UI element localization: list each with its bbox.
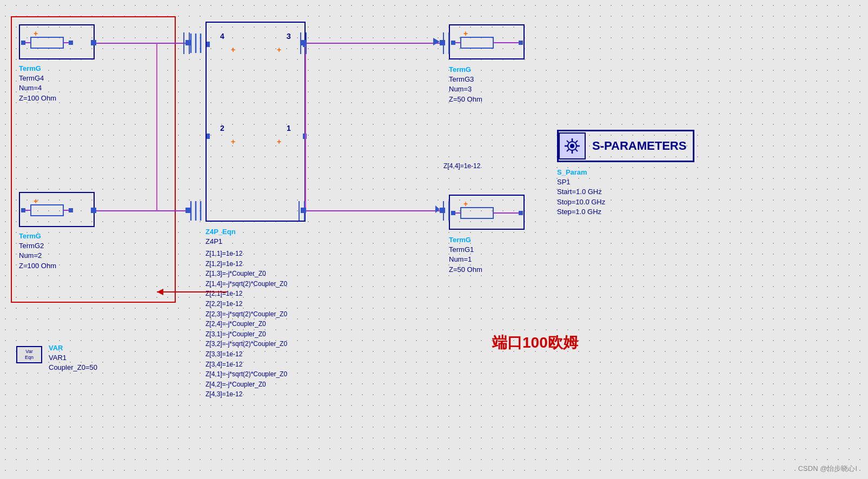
sparam-icon xyxy=(559,132,586,159)
sparam-label: S_Param SP1 Start=1.0 GHz Stop=10.0 GHz … xyxy=(557,168,605,217)
svg-text:+: + xyxy=(34,197,38,205)
termg3-label: TermG TermG3 Num=3 Z=50 Ohm xyxy=(449,65,482,104)
svg-rect-41 xyxy=(31,205,63,216)
svg-text:+: + xyxy=(277,45,281,54)
red-annotation: 端口100欧姆 xyxy=(492,332,578,353)
svg-rect-62 xyxy=(451,41,455,45)
svg-rect-12 xyxy=(440,40,445,45)
svg-rect-68 xyxy=(451,211,455,215)
termg3-box: + xyxy=(449,24,525,59)
z44-label: Z[4,4]=1e-12 xyxy=(443,162,480,170)
termg1-box: + xyxy=(449,195,525,230)
svg-point-71 xyxy=(570,144,574,148)
svg-line-79 xyxy=(567,149,569,151)
svg-rect-7 xyxy=(185,208,191,213)
svg-text:4: 4 xyxy=(220,32,224,41)
svg-text:3: 3 xyxy=(287,32,291,41)
svg-rect-38 xyxy=(69,41,73,45)
sparam-title: S-PARAMETERS xyxy=(586,139,693,153)
svg-rect-44 xyxy=(69,208,73,212)
svg-text:+: + xyxy=(231,45,235,54)
svg-line-76 xyxy=(567,141,569,143)
svg-rect-65 xyxy=(461,208,493,218)
svg-rect-56 xyxy=(207,134,210,139)
svg-text:+: + xyxy=(34,29,38,38)
termg2-label: TermG TermG2 Num=2 Z=100 Ohm xyxy=(19,231,56,271)
svg-rect-63 xyxy=(519,41,523,45)
svg-rect-13 xyxy=(440,208,445,213)
svg-text:+: + xyxy=(463,199,468,208)
var-label: VAR VAR1 Coupler_Z0=50 xyxy=(49,343,97,373)
termg1-label: TermG TermG1 Num=1 Z=50 Ohm xyxy=(449,235,482,275)
svg-rect-6 xyxy=(185,40,191,45)
termg2-box: + xyxy=(19,192,95,227)
svg-line-77 xyxy=(575,149,578,151)
watermark: CSDN @怡步晓心I xyxy=(798,464,857,474)
svg-rect-39 xyxy=(21,41,25,45)
svg-rect-57 xyxy=(303,134,307,139)
termg4-label: TermG TermG4 Num=4 Z=100 Ohm xyxy=(19,64,56,103)
termg4-box: + xyxy=(19,24,95,59)
var-icon-box: VarEqn xyxy=(16,346,42,363)
z4p-box: 4 3 2 1 + + + + xyxy=(206,22,306,222)
svg-marker-33 xyxy=(433,38,440,45)
svg-rect-69 xyxy=(519,211,523,215)
svg-rect-35 xyxy=(31,37,63,48)
svg-rect-59 xyxy=(461,37,493,48)
svg-text:1: 1 xyxy=(287,124,291,132)
z-params-block: Z[1,1]=1e-12 Z[1,2]=1e-12 Z[1,3]=-j*Coup… xyxy=(206,249,287,400)
sparam-box: S-PARAMETERS xyxy=(557,130,694,162)
svg-text:+: + xyxy=(463,29,468,38)
svg-rect-55 xyxy=(303,42,307,47)
svg-rect-54 xyxy=(207,42,210,47)
svg-text:+: + xyxy=(231,137,235,146)
svg-text:2: 2 xyxy=(220,124,224,132)
svg-rect-45 xyxy=(21,208,25,212)
svg-text:+: + xyxy=(277,137,281,146)
svg-marker-14 xyxy=(435,205,440,213)
svg-line-78 xyxy=(575,141,578,143)
z4p-label: Z4P_Eqn Z4P1 xyxy=(206,227,236,247)
